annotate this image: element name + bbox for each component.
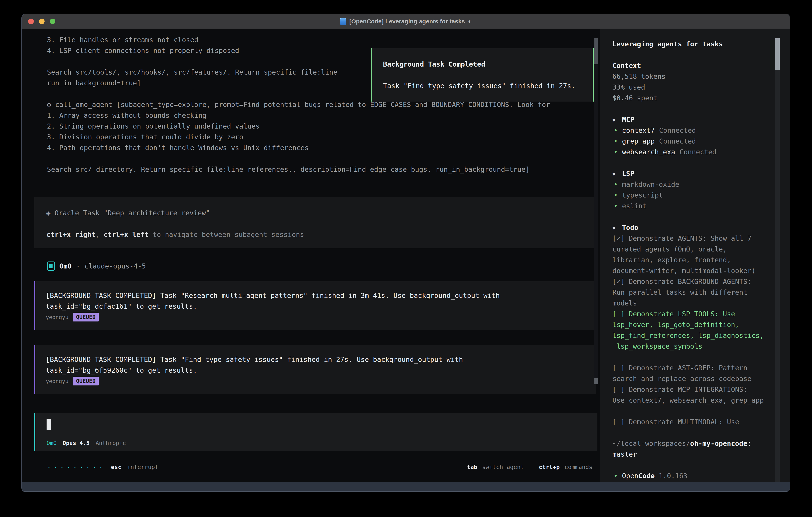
input-footer: OmO Opus 4.5 Anthropic (47, 440, 126, 446)
status-badge: QUEUED (73, 313, 99, 322)
scroll-line: 4. LSP client connections not properly d… (47, 45, 337, 56)
close-button[interactable] (28, 19, 34, 24)
omo-agent-icon (47, 262, 55, 271)
chat-scrollbar-thumb[interactable] (594, 38, 598, 64)
chat-scrollbar-track[interactable] (594, 38, 598, 384)
message-line: task_id="bg_dcfac161" to get results. (46, 301, 585, 312)
tool-call-block: ⚙ call_omo_agent [subagent_type=explore,… (47, 99, 550, 175)
bullet-icon: • (612, 125, 622, 136)
zoom-button[interactable] (50, 19, 55, 24)
bullet-icon: • (612, 470, 622, 481)
toast-notification[interactable]: Background Task Completed Task "Find typ… (371, 48, 593, 102)
status-badge: QUEUED (73, 377, 99, 385)
todo-line: lsp_find_references, lsp_diagnostics, (612, 330, 776, 341)
context-spent: $0.46 spent (612, 92, 776, 103)
lsp-name: eslint (622, 202, 646, 210)
session-progress-icon: ◐ (468, 18, 471, 25)
sidebar-scrollbar-thumb[interactable] (775, 38, 780, 70)
separator-dot: · (76, 262, 80, 270)
text-cursor (47, 419, 51, 430)
message-line: [BACKGROUND TASK COMPLETED] Task "Find t… (46, 354, 585, 365)
mcp-name: context7 (622, 126, 655, 134)
terminal-window: [OpenCode] Leveraging agents for tasks ◐… (21, 13, 790, 492)
notification-body: Task "Find type safety issues" finished … (383, 80, 582, 91)
message-meta-row: yeongyu QUEUED (46, 312, 585, 323)
ctrlp-key-hint: ctrl+p (539, 464, 560, 470)
todo-section-header[interactable]: ▼Todo (612, 222, 776, 233)
oracle-task-title: Oracle Task "Deep architecture review" (55, 209, 210, 217)
esc-key-label: interrupt (127, 464, 158, 470)
message-meta-row: yeongyu QUEUED (46, 376, 585, 386)
todo-line: lsp_workspace_symbols (612, 341, 776, 352)
prompt-input[interactable]: OmO Opus 4.5 Anthropic (34, 413, 598, 451)
background-task-message: [BACKGROUND TASK COMPLETED] Task "Find t… (34, 345, 596, 394)
window-title: [OpenCode] Leveraging agents for tasks (349, 18, 465, 25)
active-model-label[interactable]: Opus 4.5 (63, 440, 90, 446)
workspace-branch: master (612, 449, 776, 460)
agent-header: OmO · claude-opus-4-5 (47, 261, 146, 272)
scroll-line: 3. File handles or streams not closed (47, 34, 337, 45)
mcp-status: Connected (659, 137, 696, 145)
shortcut-key: ctrl+x left (104, 230, 149, 239)
oracle-status-icon: ◉ (46, 209, 50, 217)
lsp-section-header[interactable]: ▼LSP (612, 168, 776, 179)
chevron-down-icon: ▼ (612, 115, 622, 126)
message-author: yeongyu (46, 314, 68, 320)
bullet-icon: • (612, 179, 622, 190)
blank-line (612, 103, 776, 114)
gear-icon: ⚙ (47, 101, 51, 109)
workspace-repo: oh-my-opencode: (690, 439, 751, 447)
active-agent-label[interactable]: OmO (47, 440, 57, 446)
mcp-name: websearch_exa (622, 148, 675, 156)
tool-call-line: Search src/ directory. Return specific f… (47, 164, 550, 175)
lsp-name: typescript (622, 191, 663, 199)
tab-key-label: switch agent (482, 464, 524, 470)
shortcut-key: ctrl+x right (46, 230, 95, 239)
tool-call-line: 4. Path operations that don't handle Win… (47, 142, 550, 153)
scroll-line: Search src/tools/, src/hooks/, src/featu… (47, 67, 337, 78)
status-bar: ········· esc interrupt tab switch agent… (47, 462, 592, 472)
chevron-down-icon: ▼ (612, 223, 622, 234)
traffic-lights (28, 19, 55, 24)
session-title: Leveraging agents for tasks (612, 38, 776, 49)
todo-line: [ ] Demonstrate MULTIMODAL: Use (612, 416, 776, 427)
message-line: [BACKGROUND TASK COMPLETED] Task "Resear… (46, 290, 585, 301)
blank-line (612, 49, 776, 60)
window-content: 3. File handles or streams not closed 4.… (22, 29, 790, 482)
context-used: 33% used (612, 82, 776, 92)
todo-line: librarian, explore, frontend, (612, 254, 776, 265)
blank-line (612, 211, 776, 222)
sidebar-scrollbar-track[interactable] (775, 38, 780, 482)
bullet-icon: • (612, 146, 622, 157)
todo-line: Run parallel tasks with different (612, 287, 776, 298)
context-tokens: 66,518 tokens (612, 71, 776, 82)
oracle-task-box: ◉ Oracle Task "Deep architecture review"… (34, 197, 596, 248)
todo-line: models (612, 298, 776, 308)
message-line: task_id="bg_6f59260c" to get results. (46, 365, 585, 376)
mcp-item: •websearch_exaConnected (612, 146, 776, 157)
tool-call-line: 1. Array access without bounds checking (47, 110, 550, 121)
tool-call-line: 2. String operations on potentially unde… (47, 121, 550, 132)
bullet-icon: • (612, 200, 622, 211)
bullet-icon: • (612, 190, 622, 200)
window-titlebar[interactable]: [OpenCode] Leveraging agents for tasks ◐ (22, 14, 790, 29)
tool-call-line: 3. Division operations that could divide… (47, 132, 550, 142)
minimize-button[interactable] (39, 19, 45, 24)
todo-line: [✓] Demonstrate AGENTS: Show all 7 (612, 233, 776, 244)
tab-key-hint: tab (467, 464, 477, 470)
tool-call-text: call_omo_agent [subagent_type=explore, p… (55, 101, 550, 109)
ctrlp-key-label: commands (564, 464, 592, 470)
workspace-path: ~/local-workspaces/oh-my-opencode: (612, 438, 776, 449)
todo-line: Use context7, websearch_exa, grep_app (612, 395, 776, 406)
chat-scrollbar-thumb[interactable] (594, 378, 598, 384)
workspace-prefix: ~/local-workspaces/ (612, 439, 690, 447)
todo-line: curated agents (OmO, oracle, (612, 244, 776, 254)
todo-line: [✓] Demonstrate BACKGROUND AGENTS: (612, 276, 776, 287)
blank-line (46, 218, 584, 229)
mcp-section-header[interactable]: ▼MCP (612, 114, 776, 125)
blank-line (612, 427, 776, 438)
window-bottom-bar (22, 482, 790, 492)
todo-line: [ ] Demonstrate MCP INTEGRATIONS: (612, 384, 776, 395)
agent-model: claude-opus-4-5 (85, 262, 146, 270)
scrollback-text: 3. File handles or streams not closed 4.… (47, 34, 337, 88)
